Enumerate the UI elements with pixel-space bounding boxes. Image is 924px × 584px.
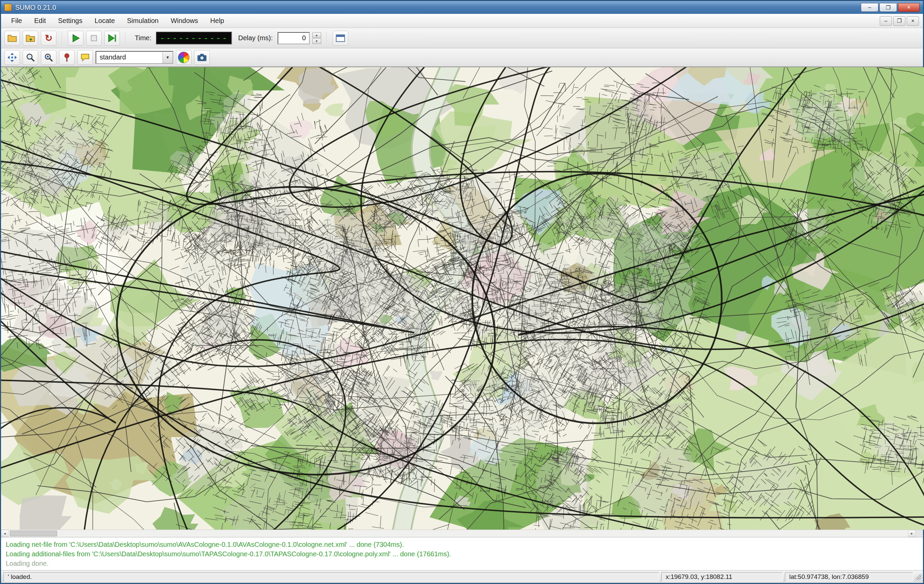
- toolbar-separator: [327, 32, 327, 45]
- log-line: Loading done.: [6, 559, 918, 568]
- coloring-scheme-select[interactable]: standard ▼: [96, 51, 173, 64]
- status-coordinates-xy: x:19679.03, y:18082.11: [661, 572, 783, 582]
- magnifier-icon: [25, 52, 35, 63]
- app-window: SUMO 0.21.0 – ❐ × File Edit Settings Loc…: [0, 0, 924, 584]
- app-icon: [4, 4, 12, 11]
- time-label: Time:: [135, 34, 151, 42]
- status-message: ' loaded.: [3, 572, 659, 582]
- main-toolbar: ↻ Time: ----------- Delay (ms): 0 ▲ ▼: [1, 28, 923, 48]
- reload-icon: ↻: [45, 33, 53, 44]
- tooltip-bubble-icon: [80, 52, 90, 63]
- close-button[interactable]: ×: [898, 3, 920, 12]
- snapshot-button[interactable]: [194, 50, 210, 65]
- toggle-tooltips-button[interactable]: [78, 50, 93, 65]
- open-network-button[interactable]: [4, 31, 20, 46]
- window-title: SUMO 0.21.0: [15, 4, 56, 12]
- step-icon: [107, 33, 117, 43]
- minimize-button[interactable]: –: [861, 3, 878, 12]
- step-simulation-button[interactable]: [104, 31, 120, 46]
- log-line: Loading additional-files from 'C:\Users\…: [6, 549, 918, 559]
- caption-buttons: – ❐ ×: [861, 3, 920, 12]
- menu-bar: File Edit Settings Locate Simulation Win…: [1, 14, 923, 28]
- edit-coloring-button[interactable]: [176, 50, 191, 65]
- start-simulation-button[interactable]: [68, 31, 83, 46]
- resize-grip[interactable]: [916, 574, 922, 580]
- view-toolbar: standard ▼: [1, 48, 923, 66]
- maximize-button[interactable]: ❐: [879, 3, 897, 12]
- menu-locate[interactable]: Locate: [89, 15, 121, 27]
- scroll-right-icon[interactable]: ►: [908, 530, 916, 537]
- menu-edit[interactable]: Edit: [28, 15, 52, 27]
- menu-file[interactable]: File: [5, 15, 28, 27]
- coloring-scheme-value: standard: [96, 53, 162, 61]
- map-view: ▲ ▼ ◄ ►: [1, 66, 923, 537]
- delay-input[interactable]: 0: [277, 32, 310, 44]
- log-line: Loading net-file from 'C:\Users\Data\Des…: [6, 540, 918, 549]
- time-display: -----------: [156, 32, 232, 45]
- open-additional-button[interactable]: [23, 31, 38, 46]
- scrollbar-corner: [916, 530, 923, 537]
- toolbar-separator: [125, 32, 126, 45]
- title-bar[interactable]: SUMO 0.21.0 – ❐ ×: [1, 1, 923, 14]
- viewport-pin-icon: [62, 52, 72, 63]
- locate-magnifier-icon: [44, 52, 54, 63]
- color-wheel-icon: [178, 52, 190, 63]
- horizontal-scrollbar[interactable]: ◄ ►: [1, 529, 923, 537]
- locate-objects-button[interactable]: [41, 50, 56, 65]
- open-folder-plus-icon: [25, 33, 35, 43]
- open-folder-icon: [7, 33, 17, 43]
- horizontal-scroll-track[interactable]: [8, 530, 908, 537]
- reload-button[interactable]: ↻: [41, 31, 56, 46]
- new-view-window-icon: [335, 33, 345, 43]
- message-log: Loading net-file from 'C:\Users\Data\Des…: [1, 537, 923, 570]
- chevron-down-icon[interactable]: ▼: [162, 52, 173, 63]
- open-new-view-button[interactable]: [333, 31, 348, 46]
- recenter-view-button[interactable]: [4, 50, 20, 65]
- status-coordinates-latlon: lat:50.974738, lon:7.036859: [785, 572, 913, 582]
- camera-icon: [196, 52, 207, 63]
- stop-icon: [89, 33, 99, 43]
- play-icon: [71, 33, 80, 43]
- spin-up-button[interactable]: ▲: [312, 32, 321, 38]
- recenter-arrows-icon: [7, 52, 17, 63]
- status-bar: ' loaded. x:19679.03, y:18082.11 lat:50.…: [1, 570, 923, 583]
- stop-simulation-button[interactable]: [86, 31, 102, 46]
- edit-viewport-button[interactable]: [59, 50, 75, 65]
- menu-settings[interactable]: Settings: [52, 15, 89, 27]
- map-canvas[interactable]: [1, 67, 924, 529]
- mdi-buttons: – ❐ ×: [880, 16, 919, 26]
- mdi-close-button[interactable]: ×: [907, 16, 919, 26]
- scroll-left-icon[interactable]: ◄: [1, 530, 8, 537]
- mdi-minimize-button[interactable]: –: [880, 16, 892, 26]
- zoom-button[interactable]: [23, 50, 38, 65]
- toolbar-separator: [62, 32, 63, 45]
- mdi-restore-button[interactable]: ❐: [893, 16, 906, 26]
- delay-spinner: ▲ ▼: [312, 32, 321, 44]
- delay-label: Delay (ms):: [238, 34, 272, 42]
- spin-down-button[interactable]: ▼: [312, 38, 321, 44]
- menu-simulation[interactable]: Simulation: [121, 15, 165, 27]
- menu-windows[interactable]: Windows: [165, 15, 204, 27]
- menu-help[interactable]: Help: [204, 15, 230, 27]
- horizontal-scroll-thumb[interactable]: [10, 531, 57, 536]
